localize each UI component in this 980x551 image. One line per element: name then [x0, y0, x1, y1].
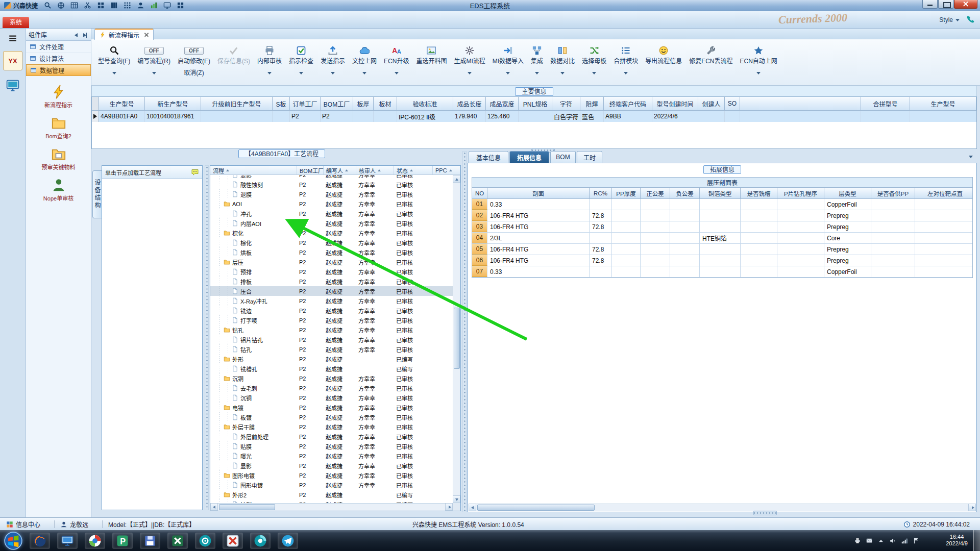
dropdown-arrow-icon[interactable] [331, 72, 335, 74]
tab-close-icon[interactable] [144, 33, 149, 37]
column-header[interactable]: BOM工厂 [321, 97, 353, 111]
cell[interactable] [273, 111, 290, 122]
dropdown-arrow-icon[interactable] [756, 72, 761, 74]
flow-node[interactable]: 外层前处理P2赵成捷方幸幸已审核 [210, 432, 453, 441]
flow-node[interactable]: 预排P2赵成捷方幸幸已审核 [210, 267, 453, 277]
yx-logo[interactable]: YX [3, 51, 22, 70]
cell[interactable] [698, 111, 725, 122]
taskbar-save-tool-icon[interactable] [140, 533, 160, 549]
toolbar-write-flow[interactable]: OFF编写流程(R) [134, 44, 174, 76]
system-tab[interactable]: 系统 [3, 17, 29, 28]
column-header[interactable]: PP厚度 [612, 188, 641, 199]
toolbar-save-info[interactable]: 保存信息(S) [214, 44, 254, 76]
pin-icon[interactable] [81, 31, 88, 38]
sidebar-tool-4[interactable]: Nope单审核 [26, 178, 91, 202]
column-header[interactable]: SO [725, 97, 740, 111]
flow-vertical-scrollbar[interactable] [453, 175, 460, 503]
tray-printer-icon[interactable] [854, 537, 861, 544]
scroll-right-icon[interactable] [445, 503, 453, 511]
taskbar-telegram-icon[interactable] [278, 533, 298, 549]
flow-node[interactable]: 铝片钻孔P2赵成捷方幸幸已审核 [210, 335, 453, 344]
flow-node[interactable]: 酸性蚀刻P2赵成捷方幸幸已审核 [210, 180, 453, 189]
tray-message-icon[interactable] [866, 537, 873, 544]
flow-node[interactable]: 板镀P2赵成捷方幸幸已审核 [210, 412, 453, 422]
flow-node[interactable]: 棕化P2赵成捷方幸幸已审核 [210, 238, 453, 247]
flow-node[interactable]: 棕化P2赵成捷方幸幸已审核 [210, 228, 453, 238]
detail-horizontal-scrollbar[interactable] [469, 504, 976, 511]
flow-node[interactable]: 外层干膜P2赵成捷方幸幸已审核 [210, 422, 453, 432]
toolbar-merge-module[interactable]: 合拼模块 [610, 44, 642, 76]
dropdown-arrow-icon[interactable] [152, 72, 156, 74]
column-header[interactable]: NO [472, 188, 487, 199]
vertical-splitter[interactable] [462, 151, 467, 512]
show-desktop-button[interactable] [973, 530, 980, 551]
columns-icon[interactable] [110, 2, 118, 9]
cell[interactable] [201, 111, 273, 122]
minimize-button[interactable] [922, 0, 938, 9]
flow-node[interactable]: 沉铜P2赵成捷方幸幸已审核 [210, 373, 453, 383]
toolbar-start-modify[interactable]: OFF启动修改(E)取消(Z) [174, 44, 214, 77]
cell[interactable]: 白色字符 [552, 111, 580, 122]
flow-column-header[interactable]: 编写人 [324, 166, 356, 174]
apps-icon[interactable] [124, 2, 131, 9]
cell[interactable]: IPC-6012 Ⅱ级 [397, 111, 453, 122]
user-icon[interactable] [137, 2, 144, 9]
column-header[interactable]: 合拼型号 [861, 97, 910, 111]
tab-extended-info[interactable]: 拓展信息 [509, 151, 549, 163]
profile-row[interactable]: 02106-FR4 HTG72.8Prepreg [472, 210, 972, 221]
scroll-thumb[interactable] [454, 308, 460, 369]
sidebar-item-1[interactable]: 文件处理 [26, 41, 91, 53]
column-header[interactable]: P片钻孔程序 [777, 188, 824, 199]
column-header[interactable]: 层类型 [824, 188, 871, 199]
toolbar-data-compare[interactable]: 数据对比 [547, 44, 578, 76]
column-header[interactable]: 是否铣槽 [741, 188, 777, 199]
tab-device-structure[interactable]: 设备结构 [92, 170, 102, 218]
style-selector[interactable]: Style [939, 16, 960, 23]
toolbar-ecn-auto-upload[interactable]: ECN自动上网 [737, 44, 781, 76]
dropdown-arrow-icon[interactable] [112, 72, 116, 74]
flow-column-header[interactable]: PPC [433, 166, 460, 174]
profile-row[interactable]: 03106-FR4 HTG72.8Prepreg [472, 221, 972, 233]
toolbar-export-flow-info[interactable]: 导出流程信息 [642, 44, 685, 76]
flow-node[interactable]: 蚀刻P2赵成捷已编写 [210, 499, 453, 503]
dropdown-arrow-icon[interactable] [506, 72, 510, 74]
flow-node[interactable]: 去毛刺P2赵成捷方幸幸已审核 [210, 383, 453, 393]
taskbar-p-app-icon[interactable]: P [112, 533, 133, 549]
flow-node[interactable]: 钻孔P2赵成捷方幸幸已审核 [210, 325, 453, 335]
tab-work-hours[interactable]: 工时 [577, 151, 602, 163]
cell[interactable] [353, 111, 374, 122]
cell[interactable] [725, 111, 740, 122]
flow-node[interactable]: 显影P2赵成捷方幸幸已审核 [210, 175, 453, 180]
tab-basic-info[interactable]: 基本信息 [469, 151, 508, 163]
toolbar-mi-data-import[interactable]: MI数据导入 [489, 44, 527, 76]
flow-node[interactable]: 压合P2赵成捷方幸幸已审核 [210, 286, 453, 296]
flow-node[interactable]: 排板P2赵成捷方幸幸已审核 [210, 277, 453, 286]
taskbar-firefox-icon[interactable] [30, 533, 50, 549]
dropdown-arrow-icon[interactable] [624, 72, 628, 74]
cell[interactable]: P2 [290, 111, 321, 122]
main-info-data-row[interactable]: 4A9BB01FA010010400187961P2P2IPC-6012 Ⅱ级1… [92, 111, 976, 122]
toolbar-send-instruction[interactable]: 发送指示 [317, 44, 349, 76]
phone-icon[interactable] [966, 15, 975, 24]
cell[interactable]: P2 [321, 111, 353, 122]
toolbar-generate-mi-flow[interactable]: 生成MI流程 [450, 44, 488, 76]
sidebar-tool-1[interactable]: 新流程指示 [26, 84, 91, 109]
dropdown-arrow-icon[interactable] [299, 72, 303, 74]
dropdown-arrow-icon[interactable] [560, 72, 565, 74]
profile-row[interactable]: 070.33CopperFoil [472, 266, 972, 278]
column-header[interactable]: 终端客户代码 [604, 97, 652, 111]
sidebar-tool-2[interactable]: Bom查询2 [26, 115, 91, 140]
table-icon[interactable] [70, 2, 78, 9]
search-icon[interactable] [44, 2, 52, 9]
taskbar-cam-tool-icon[interactable] [195, 533, 215, 549]
column-header[interactable]: 订单工厂 [290, 97, 321, 111]
scroll-thumb[interactable] [219, 504, 275, 510]
column-header[interactable]: 生产型号 [910, 97, 976, 111]
dropdown-arrow-icon[interactable] [267, 72, 272, 74]
flow-node[interactable]: 显影P2赵成捷方幸幸已审核 [210, 461, 453, 470]
flow-node[interactable]: 铣边P2赵成捷方幸幸已审核 [210, 306, 453, 315]
cell[interactable]: 125.460 [486, 111, 519, 122]
column-header[interactable]: 字符 [552, 97, 580, 111]
column-header[interactable]: 板材 [374, 97, 397, 111]
maximize-button[interactable] [938, 0, 953, 9]
